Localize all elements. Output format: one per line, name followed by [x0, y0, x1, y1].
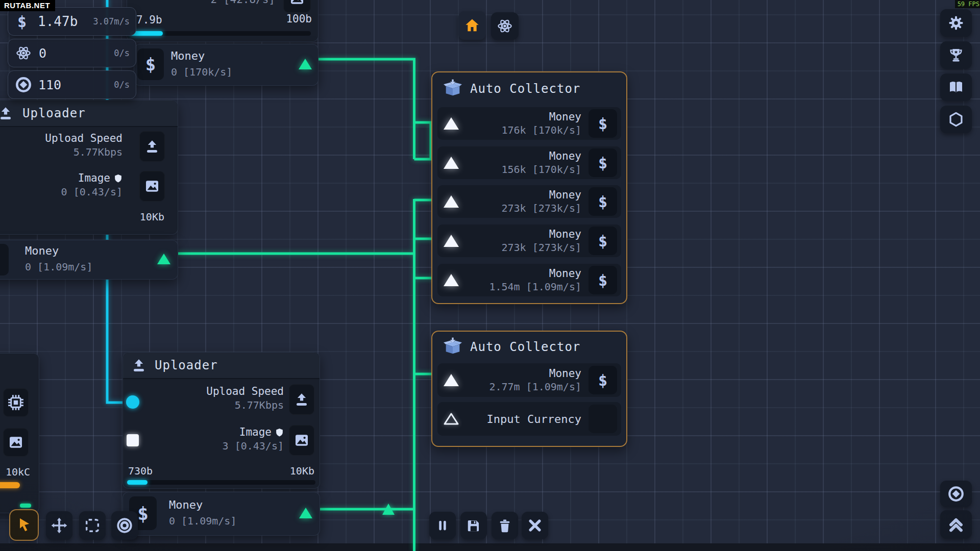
- image-row: Image 0 [0.43/s]: [61, 172, 122, 198]
- close-button[interactable]: [522, 512, 548, 539]
- node-title-row[interactable]: Auto Collector: [443, 337, 580, 357]
- move-tool-button[interactable]: [46, 511, 72, 540]
- package-icon: [443, 337, 463, 357]
- game-canvas[interactable]: 2 [42.8/s] 7.9b 100b $ Money 0 [170k/s] …: [0, 0, 980, 551]
- output-port-icon[interactable]: [157, 254, 170, 264]
- collector-row[interactable]: Money176k [170k/s] $: [437, 107, 621, 140]
- upload-speed-input-port[interactable]: [126, 395, 139, 409]
- buffer-max: 10Kb: [140, 211, 164, 223]
- input-port-icon[interactable]: [444, 195, 459, 208]
- row-label: Upload Speed: [45, 132, 122, 144]
- marquee-tool-button[interactable]: [79, 511, 106, 540]
- node-title-row[interactable]: Auto Collector: [443, 79, 580, 99]
- shield-icon: [275, 428, 284, 437]
- currency-select-button[interactable]: $: [589, 109, 617, 138]
- image-input-port[interactable]: [127, 434, 139, 446]
- wire-topnode-to-collector: [317, 59, 414, 159]
- row-value: 2.77m [1.09m/s]: [489, 381, 581, 393]
- currency-select-empty[interactable]: [589, 405, 617, 433]
- medals-button[interactable]: [940, 481, 972, 507]
- cpu-chip-icon: [7, 394, 24, 411]
- settings-button[interactable]: [940, 9, 972, 37]
- row-label: Money: [549, 228, 581, 240]
- cpu-button[interactable]: [3, 388, 29, 417]
- resource-medals[interactable]: 110 0/s: [8, 70, 136, 99]
- collector-row[interactable]: Money156k [170k/s] $: [437, 146, 621, 179]
- upload-speed-button[interactable]: [139, 131, 165, 162]
- dollar-icon: $: [598, 232, 607, 250]
- collector-row[interactable]: Money273k [273k/s] $: [437, 224, 621, 257]
- currency-select-button[interactable]: $: [589, 366, 617, 394]
- resource-research[interactable]: 0 0/s: [8, 39, 136, 67]
- upload-icon: [294, 392, 309, 407]
- input-port-icon[interactable]: [444, 374, 459, 386]
- row-label: Money: [549, 189, 581, 201]
- buffer-track: [127, 480, 315, 485]
- package-icon: [443, 79, 463, 99]
- node-auto-collector-1[interactable]: Auto Collector Money176k [170k/s] $ Mone…: [431, 71, 627, 304]
- node-left-uploader[interactable]: Uploader Upload Speed 5.77Kbps Image 0 […: [0, 100, 178, 235]
- node-left-uploader-output[interactable]: $ Money 0 [1.09m/s]: [0, 240, 178, 280]
- image-button[interactable]: [289, 425, 314, 456]
- output-port-icon[interactable]: [299, 508, 312, 518]
- image-button[interactable]: [283, 0, 311, 13]
- collector-row[interactable]: Money1.54m [1.09m/s] $: [437, 264, 621, 296]
- image-button[interactable]: [3, 428, 29, 457]
- currency-select-button[interactable]: $: [589, 227, 617, 255]
- node-titlebar[interactable]: Uploader: [0, 101, 178, 127]
- node-bottom-uploader-output[interactable]: $ Money 0 [1.09m/s]: [122, 492, 320, 536]
- medal-icon: [947, 485, 965, 503]
- gear-icon: [948, 15, 964, 31]
- output-value: 0 [1.09m/s]: [169, 515, 236, 527]
- collector-row[interactable]: Money2.77m [1.09m/s] $: [437, 363, 621, 397]
- pause-button[interactable]: [429, 512, 456, 539]
- input-port-icon[interactable]: [444, 274, 459, 286]
- input-port-icon[interactable]: [444, 235, 459, 247]
- shapes-button[interactable]: [940, 106, 972, 133]
- upgrades-button[interactable]: [940, 510, 972, 539]
- achievements-button[interactable]: [940, 41, 972, 69]
- image-row: Image 3 [0.43/s]: [223, 426, 284, 452]
- resource-money[interactable]: $ 1.47b 3.07m/s: [8, 7, 136, 36]
- node-bottom-uploader[interactable]: Uploader Upload Speed 5.77Kbps Image 3 […: [122, 352, 320, 489]
- image-button[interactable]: [139, 171, 165, 202]
- row-label: Money: [549, 111, 581, 123]
- mini-fill: [20, 504, 31, 508]
- dollar-icon: $: [598, 371, 607, 389]
- encyclopedia-button[interactable]: [940, 73, 972, 101]
- row-label: Upload Speed: [206, 385, 284, 397]
- image-icon: [144, 178, 160, 194]
- trash-icon: [497, 518, 512, 533]
- node-auto-collector-2[interactable]: Auto Collector Money2.77m [1.09m/s] $ In…: [431, 331, 627, 447]
- resource-value: 0: [39, 46, 46, 61]
- collector-row[interactable]: Money273k [273k/s] $: [437, 185, 621, 218]
- collector-input-row[interactable]: Input Currency: [437, 402, 621, 436]
- row-label: Input Currency: [487, 413, 581, 425]
- delete-button[interactable]: [492, 512, 518, 539]
- input-port-outline-icon[interactable]: [444, 412, 459, 425]
- image-icon: [293, 432, 310, 448]
- input-port-icon[interactable]: [444, 157, 459, 169]
- node-corner-generator[interactable]: 10kC: [0, 353, 39, 513]
- currency-select-button[interactable]: $: [589, 148, 617, 177]
- upload-icon: [144, 139, 160, 154]
- save-button[interactable]: [460, 512, 487, 539]
- medal-icon: [15, 76, 32, 93]
- currency-select-button[interactable]: $: [589, 266, 617, 294]
- upload-speed-button[interactable]: [289, 384, 314, 415]
- shield-icon: [114, 174, 122, 183]
- select-tool-button[interactable]: [10, 510, 38, 540]
- node-top-uploader-output[interactable]: $ Money 0 [170k/s]: [134, 44, 318, 86]
- output-port-icon[interactable]: [299, 59, 312, 69]
- node-titlebar[interactable]: Uploader: [123, 353, 320, 379]
- cursor-icon: [16, 517, 32, 533]
- home-button[interactable]: [458, 11, 486, 40]
- input-port-icon[interactable]: [444, 117, 459, 130]
- resource-rate: 0/s: [114, 80, 130, 90]
- currency-select-button[interactable]: $: [589, 187, 617, 216]
- node-top-uploader[interactable]: 2 [42.8/s] 7.9b 100b: [127, 0, 318, 42]
- home-icon: [464, 17, 480, 34]
- focus-tool-button[interactable]: [111, 511, 138, 540]
- research-view-button[interactable]: [491, 12, 519, 40]
- row-value: 156k [170k/s]: [501, 163, 581, 176]
